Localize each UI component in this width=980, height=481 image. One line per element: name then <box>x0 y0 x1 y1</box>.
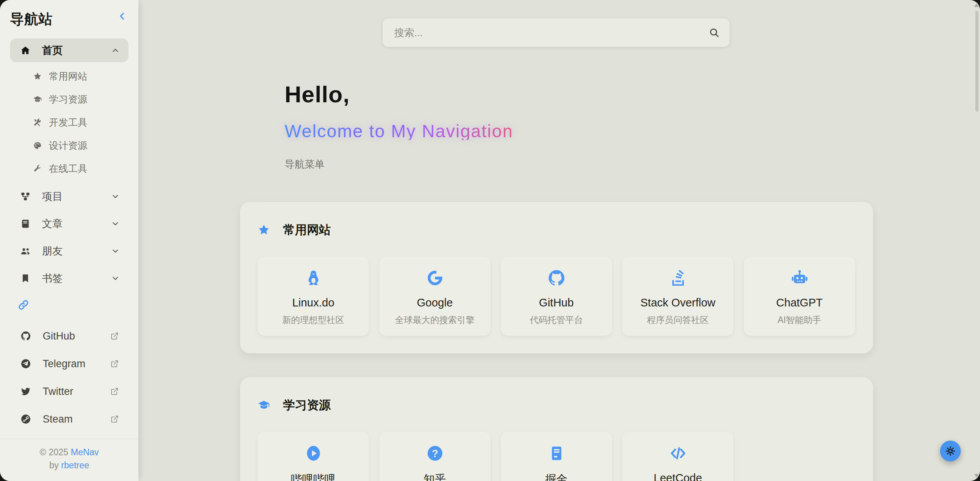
chevron-left-icon <box>118 12 127 21</box>
site-desc: 新的理想型社区 <box>282 314 344 326</box>
site-desc: 全球最大的搜索引擎 <box>395 314 475 326</box>
site-cards-row: Linux.do新的理想型社区Google全球最大的搜索引擎GitHub代码托管… <box>258 256 855 336</box>
social-link-telegram[interactable]: Telegram <box>10 351 128 376</box>
sidebar-footer: © 2025 MeNav by rbetree <box>0 439 138 481</box>
star-icon <box>258 224 270 236</box>
telegram-icon <box>20 358 31 369</box>
sidebar-subitem-1[interactable]: 学习资源 <box>0 88 138 111</box>
external-link-icon <box>110 387 119 396</box>
sidebar-item-articles[interactable]: 文章 <box>10 212 128 236</box>
sub-item-label: 开发工具 <box>49 116 87 129</box>
chevron-down-icon <box>112 247 119 255</box>
site-desc: 程序员问答社区 <box>647 314 709 326</box>
sidebar-collapse-button[interactable] <box>116 10 128 22</box>
external-link-icon <box>110 414 119 424</box>
search-icon[interactable] <box>709 27 720 38</box>
site-cards-row: 哔哩哔哩?知乎掘金LeetCode <box>258 432 855 481</box>
site-card--[interactable]: 掘金 <box>501 432 612 481</box>
sidebar-item-friends[interactable]: 朋友 <box>10 239 128 263</box>
diagram-icon <box>20 191 30 201</box>
site-card-leetcode[interactable]: LeetCode <box>622 432 733 481</box>
play-circle-icon <box>304 444 323 463</box>
nav-item-label: 朋友 <box>42 244 63 258</box>
sidebar-subitem-2[interactable]: 开发工具 <box>0 111 138 134</box>
section-title: 常用网站 <box>283 222 331 238</box>
chevron-down-icon <box>112 193 119 200</box>
menav-link[interactable]: MeNav <box>71 447 99 457</box>
search-input[interactable] <box>383 18 730 47</box>
nav-item-label: 首页 <box>42 43 63 57</box>
code-icon <box>669 444 687 463</box>
scrollbar-down-arrow[interactable] <box>974 474 979 478</box>
sidebar-item-projects[interactable]: 项目 <box>10 185 128 208</box>
footer-author: by rbetree <box>4 459 135 472</box>
site-card-stack-overflow[interactable]: Stack Overflow程序员问答社区 <box>622 256 733 336</box>
scrollbar-up-arrow[interactable] <box>974 3 979 7</box>
settings-button[interactable] <box>940 441 961 461</box>
sidebar-item-bookmarks[interactable]: 书签 <box>10 266 128 290</box>
star-icon <box>33 72 42 81</box>
users-icon <box>20 246 30 256</box>
greeting-subtitle: 导航菜单 <box>285 158 513 171</box>
social-link-label: GitHub <box>43 330 75 342</box>
external-link-icon <box>110 359 119 368</box>
sub-item-label: 常用网站 <box>49 70 87 83</box>
google-icon <box>426 269 444 287</box>
sub-item-label: 在线工具 <box>49 162 87 175</box>
section-1: 学习资源哔哩哔哩?知乎掘金LeetCode <box>240 377 873 481</box>
author-link[interactable]: rbetree <box>61 460 89 470</box>
site-card-github[interactable]: GitHub代码托管平台 <box>501 256 612 336</box>
social-link-github[interactable]: GitHub <box>10 324 128 348</box>
github-icon <box>20 331 31 341</box>
sub-item-label: 设计资源 <box>49 139 87 152</box>
wrench-icon <box>33 164 42 173</box>
section-0: 常用网站Linux.do新的理想型社区Google全球最大的搜索引擎GitHub… <box>240 202 873 353</box>
site-name: Linux.do <box>292 296 335 309</box>
site-card--[interactable]: ?知乎 <box>379 432 490 481</box>
social-links: GitHubTelegramTwitterSteam <box>0 324 138 434</box>
site-card-chatgpt[interactable]: ChatGPTAI智能助手 <box>744 256 855 336</box>
graduation-cap-icon <box>33 95 42 104</box>
stack-overflow-icon <box>669 269 687 287</box>
social-link-twitter[interactable]: Twitter <box>10 379 128 404</box>
nav-item-label: 书签 <box>42 271 63 285</box>
sidebar-subitem-0[interactable]: 常用网站 <box>0 65 138 88</box>
social-link-steam[interactable]: Steam <box>10 407 128 431</box>
palette-icon <box>33 141 42 150</box>
sidebar-nav: 首页常用网站学习资源开发工具设计资源在线工具项目文章朋友书签 <box>0 38 138 294</box>
chevron-down-icon <box>112 220 119 228</box>
search-bar <box>383 18 730 47</box>
scrollbar-thumb[interactable] <box>975 11 978 112</box>
site-name: ChatGPT <box>776 296 823 309</box>
social-section-header <box>0 294 138 324</box>
github-icon <box>547 269 566 287</box>
social-link-label: Twitter <box>43 386 73 398</box>
steam-icon <box>20 414 31 424</box>
linux-icon <box>304 269 323 287</box>
sidebar-subitem-3[interactable]: 设计资源 <box>0 134 138 157</box>
sidebar-item-home[interactable]: 首页 <box>10 38 128 62</box>
scrollbar <box>974 0 980 481</box>
graduation-cap-icon <box>258 399 270 411</box>
sidebar-subitem-4[interactable]: 在线工具 <box>0 157 138 180</box>
sections-container: 常用网站Linux.do新的理想型社区Google全球最大的搜索引擎GitHub… <box>240 202 873 481</box>
nav-item-label: 文章 <box>42 217 63 231</box>
bookmark-icon <box>20 273 30 283</box>
sidebar-header: 导航站 <box>0 0 138 29</box>
sidebar: 导航站 首页常用网站学习资源开发工具设计资源在线工具项目文章朋友书签 GitHu… <box>0 0 138 481</box>
nav-item-label: 项目 <box>42 190 63 203</box>
site-desc: 代码托管平台 <box>530 314 583 326</box>
site-name: GitHub <box>539 296 573 309</box>
site-card-linux-do[interactable]: Linux.do新的理想型社区 <box>258 256 369 336</box>
app-window: 导航站 首页常用网站学习资源开发工具设计资源在线工具项目文章朋友书签 GitHu… <box>0 0 980 481</box>
site-desc: AI智能助手 <box>778 314 822 326</box>
section-title: 学习资源 <box>283 397 331 413</box>
home-icon <box>20 45 30 55</box>
link-icon <box>18 299 29 311</box>
site-card-google[interactable]: Google全球最大的搜索引擎 <box>379 256 490 336</box>
social-link-label: Steam <box>43 413 73 425</box>
section-header: 学习资源 <box>258 397 855 413</box>
question-circle-icon: ? <box>426 444 444 463</box>
sub-item-label: 学习资源 <box>49 93 87 106</box>
site-card--[interactable]: 哔哩哔哩 <box>258 432 369 481</box>
